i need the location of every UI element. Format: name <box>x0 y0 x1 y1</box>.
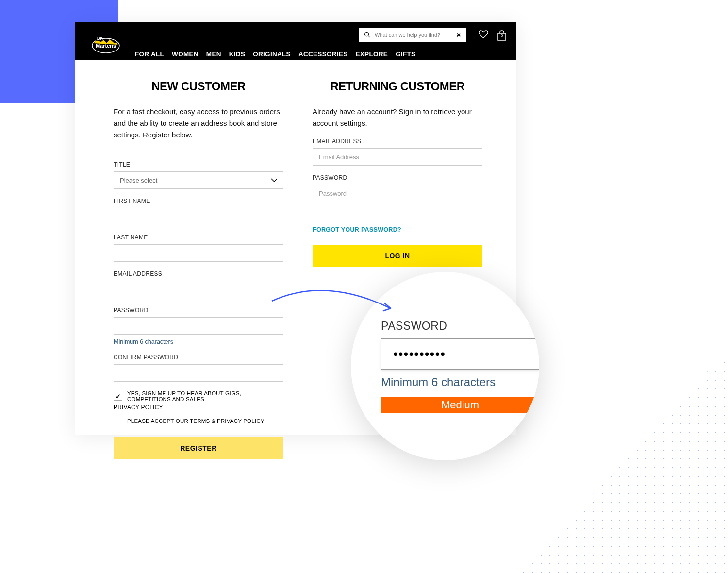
password-strength-meter: Medium <box>381 397 539 413</box>
svg-text:Dr.: Dr. <box>97 36 103 41</box>
login-email-label: EMAIL ADDRESS <box>313 138 482 145</box>
password-hint: Minimum 6 characters <box>114 338 283 345</box>
brand-logo[interactable]: Martens Dr. <box>86 31 125 54</box>
title-select[interactable]: Please select <box>114 171 283 189</box>
nav-originals[interactable]: ORIGINALS <box>253 51 291 58</box>
nav-gifts[interactable]: GIFTS <box>396 51 415 58</box>
zoom-password-label: PASSWORD <box>381 320 539 333</box>
svg-text:Martens: Martens <box>96 43 116 49</box>
terms-checkbox[interactable] <box>114 417 122 425</box>
email-input[interactable] <box>114 281 283 298</box>
terms-checkbox-label: PLEASE ACCEPT OUR TERMS & PRIVACY POLICY <box>127 418 265 424</box>
login-button[interactable]: LOG IN <box>313 245 482 267</box>
email-label: EMAIL ADDRESS <box>114 270 283 277</box>
zoom-password-value: •••••••••• <box>393 346 446 362</box>
bag-icon[interactable]: 0 <box>497 30 507 40</box>
text-cursor <box>446 347 446 361</box>
search-input[interactable] <box>375 32 456 38</box>
password-input[interactable] <box>114 317 283 335</box>
nav-men[interactable]: MEN <box>206 51 221 58</box>
zoom-password-hint: Minimum 6 characters <box>381 375 539 389</box>
nav-kids[interactable]: KIDS <box>229 51 245 58</box>
svg-line-4 <box>368 36 370 37</box>
wishlist-icon[interactable] <box>479 30 488 40</box>
privacy-policy-link[interactable]: PRIVACY POLICY <box>114 404 283 411</box>
signup-checkbox[interactable] <box>114 392 122 401</box>
first-name-input[interactable] <box>114 208 283 225</box>
header-icons: 0 <box>479 30 507 40</box>
site-header: Martens Dr. FOR ALL WOMEN MEN KIDS ORIGI… <box>75 22 516 60</box>
confirm-password-input[interactable] <box>114 364 283 382</box>
login-password-label: PASSWORD <box>313 174 482 181</box>
nav-women[interactable]: WOMEN <box>172 51 199 58</box>
nav-for-all[interactable]: FOR ALL <box>135 51 164 58</box>
returning-customer-desc: Already have an account? Sign in to retr… <box>313 106 482 129</box>
clear-icon[interactable] <box>456 33 461 37</box>
register-button[interactable]: REGISTER <box>114 437 283 459</box>
search-icon <box>364 32 371 38</box>
forgot-password-link[interactable]: FORGOT YOUR PASSWORD? <box>313 226 482 233</box>
search-bar[interactable] <box>359 28 466 42</box>
bag-count: 0 <box>501 34 503 38</box>
new-customer-desc: For a fast checkout, easy access to prev… <box>114 106 283 141</box>
first-name-label: FIRST NAME <box>114 198 283 204</box>
main-nav: FOR ALL WOMEN MEN KIDS ORIGINALS ACCESSO… <box>135 51 415 58</box>
confirm-password-label: CONFIRM PASSWORD <box>114 354 283 361</box>
last-name-input[interactable] <box>114 244 283 262</box>
nav-accessories[interactable]: ACCESSORIES <box>298 51 348 58</box>
login-password-input[interactable] <box>313 185 482 202</box>
title-label: TITLE <box>114 161 283 168</box>
last-name-label: LAST NAME <box>114 234 283 241</box>
returning-customer-title: RETURNING CUSTOMER <box>313 80 482 93</box>
callout-arrow <box>267 282 403 320</box>
signup-checkbox-label: YES, SIGN ME UP TO HEAR ABOUT GIGS, COMP… <box>127 390 283 402</box>
zoom-password-input: •••••••••• <box>381 338 539 370</box>
new-customer-column: NEW CUSTOMER For a fast checkout, easy a… <box>114 80 283 459</box>
login-email-input[interactable] <box>313 148 482 166</box>
new-customer-title: NEW CUSTOMER <box>114 80 283 93</box>
password-label: PASSWORD <box>114 307 283 314</box>
svg-point-3 <box>364 32 368 36</box>
decorative-dot-pattern <box>519 350 728 573</box>
nav-explore[interactable]: EXPLORE <box>356 51 388 58</box>
